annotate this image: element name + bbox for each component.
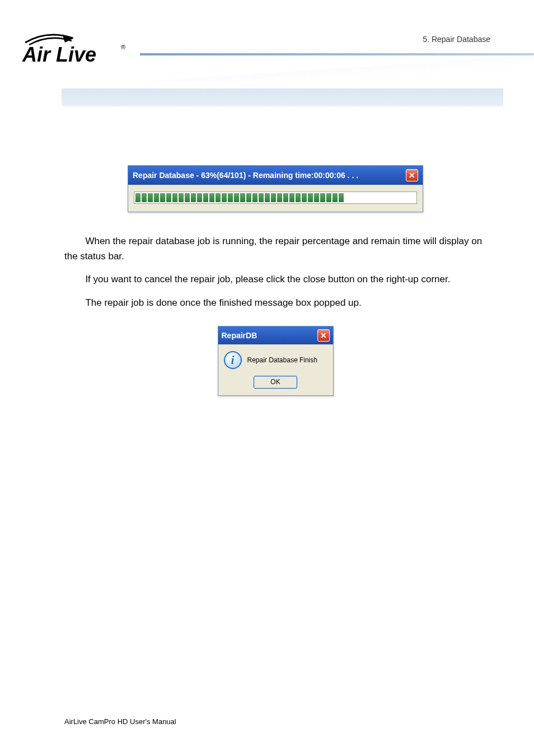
progress-segment [271,193,276,202]
progress-segment [308,193,313,202]
close-button[interactable]: ✕ [317,329,330,342]
progress-segment [197,193,202,202]
progress-segment [252,193,257,202]
dialog-message: Repair Database Finish [247,356,317,364]
progress-segment [314,193,319,202]
progress-segment [148,193,153,202]
progress-segment [203,193,208,202]
progress-segment [216,193,221,202]
svg-text:®: ® [121,44,125,50]
progress-segment [277,193,282,202]
progress-segment [209,193,214,202]
svg-text:Air Live: Air Live [22,43,96,66]
dialog-buttons: OK [218,372,333,395]
dialog-body [128,185,423,212]
progress-segment [191,193,196,202]
progress-segment [234,193,239,202]
progress-segment [302,193,307,202]
progress-segment [283,193,288,202]
progress-segment [172,193,177,202]
progress-segment [296,193,301,202]
progress-segment [228,193,233,202]
progress-segment [222,193,227,202]
dialog-title-text: Repair Database - 63%(64/101) - Remainin… [133,171,358,180]
progress-segment [240,193,245,202]
progress-segment [332,193,338,202]
progress-segment [326,193,331,202]
section-band [62,88,503,106]
progress-segment [179,193,184,202]
repair-progress-dialog: Repair Database - 63%(64/101) - Remainin… [128,165,423,212]
progress-segment [142,193,147,202]
page-footer: AirLive CamPro HD User's Manual [64,717,176,726]
progress-segment [265,193,270,202]
repair-finish-dialog: RepairDB ✕ i Repair Database Finish OK [218,326,334,396]
page-content: Repair Database - 63%(64/101) - Remainin… [64,165,486,396]
progress-segment [135,193,140,202]
body-paragraph: The repair job is done once the finished… [64,295,486,310]
progress-segment [289,193,294,202]
dialog-title-text: RepairDB [222,331,257,340]
progress-segment [246,193,251,202]
info-icon: i [224,351,242,369]
dialog-titlebar: RepairDB ✕ [218,326,333,344]
body-paragraph: When the repair database job is running,… [64,234,486,264]
progress-segment [154,193,159,202]
progress-segment [320,193,325,202]
close-button[interactable]: ✕ [406,169,418,181]
progress-bar [134,192,417,204]
body-paragraph: If you want to cancel the repair job, pl… [64,272,486,287]
progress-segment [339,193,344,202]
progress-segment [160,193,165,202]
progress-segment [185,193,190,202]
header-swoosh [140,55,534,82]
airlive-logo: Air Live ® [22,27,129,67]
header-stripe [140,53,534,55]
ok-button[interactable]: OK [254,376,297,389]
dialog-body: i Repair Database Finish [218,344,333,372]
progress-segment [166,193,171,202]
dialog-titlebar: Repair Database - 63%(64/101) - Remainin… [128,166,423,185]
page-header: Air Live ® 5. Repair Database [0,0,534,87]
chapter-label: 5. Repair Database [423,35,490,44]
progress-segment [259,193,264,202]
